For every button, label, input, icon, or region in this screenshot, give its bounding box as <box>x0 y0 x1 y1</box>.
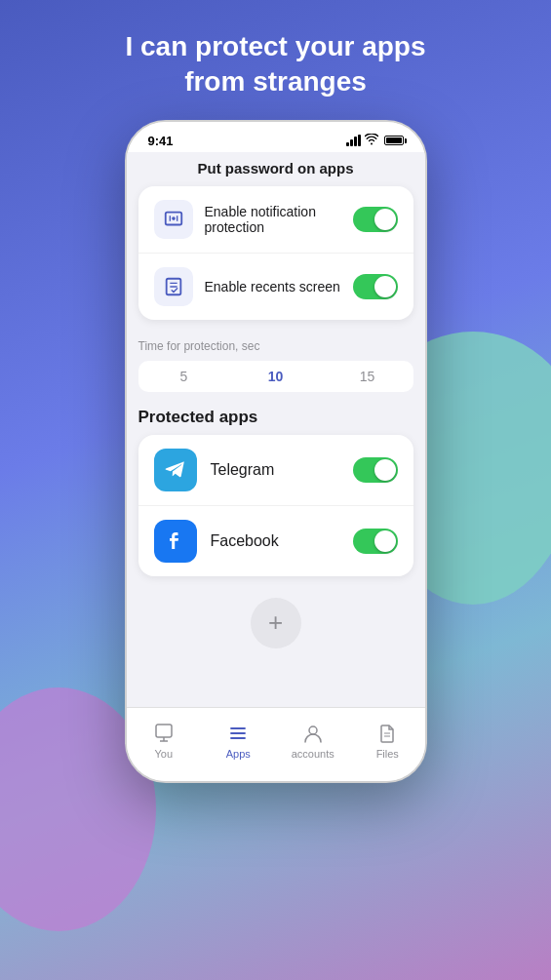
svg-rect-7 <box>156 725 172 737</box>
accounts-icon <box>301 722 325 745</box>
notification-label: Enable notification protection <box>205 204 341 235</box>
you-label: You <box>154 748 173 760</box>
app-row-telegram: Telegram <box>138 435 413 505</box>
nav-item-apps[interactable]: Apps <box>201 722 276 760</box>
accounts-label: accounts <box>292 748 335 760</box>
nav-item-you[interactable]: You <box>127 722 202 760</box>
signal-icon <box>346 135 361 146</box>
phone-frame: 9:41 Put password on apps <box>125 120 427 783</box>
add-app-button[interactable]: + <box>251 598 301 648</box>
telegram-label: Telegram <box>211 461 339 479</box>
protected-apps-title: Protected apps <box>127 404 425 435</box>
wifi-icon <box>365 134 378 148</box>
screen-title: Put password on apps <box>127 152 425 186</box>
svg-point-1 <box>172 216 176 220</box>
facebook-label: Facebook <box>211 532 339 550</box>
telegram-icon <box>154 449 197 491</box>
settings-row-notification: Enable notification protection <box>138 186 413 253</box>
notification-toggle[interactable] <box>353 207 398 232</box>
battery-icon <box>384 136 404 145</box>
time-options: 5 10 15 <box>138 361 413 392</box>
time-protection-label: Time for protection, sec <box>138 339 413 353</box>
status-icons <box>346 134 404 148</box>
time-option-5[interactable]: 5 <box>138 361 230 392</box>
time-option-10[interactable]: 10 <box>230 361 322 392</box>
facebook-icon <box>154 520 197 563</box>
settings-card: Enable notification protection Enable re… <box>138 186 413 320</box>
nav-item-accounts[interactable]: accounts <box>276 722 351 760</box>
time-option-15[interactable]: 15 <box>322 361 413 392</box>
recents-label: Enable recents screen <box>205 279 341 294</box>
apps-label: Apps <box>226 748 251 760</box>
recents-icon-container <box>154 267 193 306</box>
add-button-area: + <box>127 588 425 660</box>
nav-item-files[interactable]: Files <box>350 722 425 760</box>
screen-content: Put password on apps Enable notification… <box>127 152 425 776</box>
bottom-nav: You Apps <box>127 707 425 776</box>
recents-icon <box>163 276 184 297</box>
phone-time: 9:41 <box>148 134 174 148</box>
apps-icon <box>226 722 250 745</box>
phone-status-bar: 9:41 <box>127 122 425 152</box>
protected-apps-card: Telegram Facebook <box>138 435 413 576</box>
time-protection-section: Time for protection, sec 5 10 15 <box>127 332 425 404</box>
settings-row-recents: Enable recents screen <box>138 253 413 320</box>
notification-icon-container <box>154 200 193 239</box>
facebook-toggle[interactable] <box>353 529 398 554</box>
files-icon <box>375 722 399 745</box>
files-label: Files <box>376 748 399 760</box>
headline: I can protect your apps from stranges <box>86 0 464 120</box>
you-icon <box>152 722 176 745</box>
app-row-facebook: Facebook <box>138 505 413 576</box>
recents-toggle[interactable] <box>353 274 398 299</box>
telegram-toggle[interactable] <box>353 457 398 483</box>
svg-point-13 <box>309 726 317 734</box>
notification-icon <box>163 209 184 230</box>
